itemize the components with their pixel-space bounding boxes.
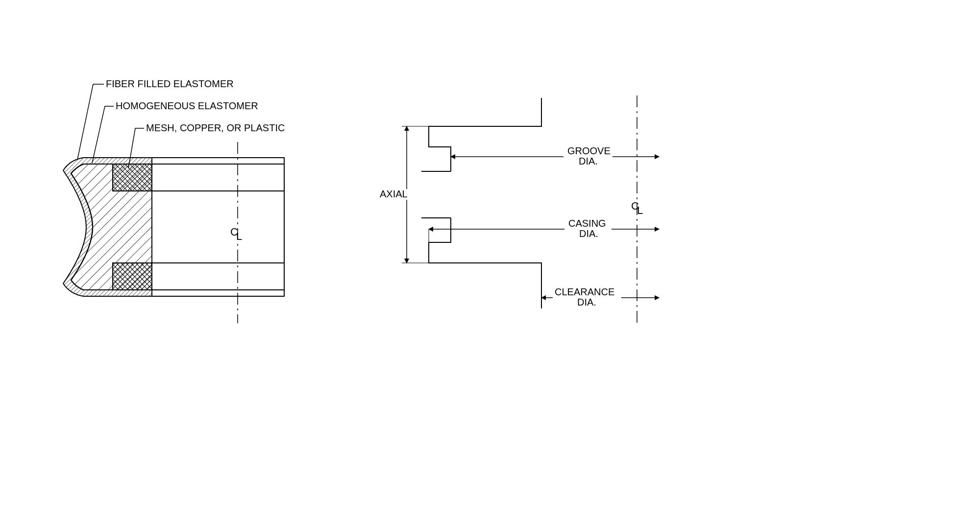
right-figure: C L AXIAL AXIAL GROOVE DIA. GROOVE DIA.: [377, 95, 659, 326]
label-clearance1: CLEARANCE: [555, 286, 614, 297]
label-clearance2: DIA.: [577, 297, 596, 307]
mesh-insert-top: [113, 164, 152, 191]
left-figure: C L FIBER FILLED ELASTOMER HOMOGENEOUS E…: [63, 78, 285, 323]
bore-tube: [152, 158, 284, 296]
cl-symbol-right: C L: [631, 200, 643, 216]
label-groove2b: DIA.: [579, 156, 598, 166]
callout-mesh: MESH, COPPER, OR PLASTIC: [146, 122, 285, 133]
dim-groove: GROOVE DIA. GROOVE DIA.: [451, 145, 659, 166]
label-casing2: DIA.: [579, 228, 598, 239]
label-axial-2: AXIAL: [380, 189, 408, 199]
mesh-insert-bottom: [113, 263, 152, 290]
callout-homogeneous: HOMOGENEOUS ELASTOMER: [116, 100, 258, 111]
leader-fiber: [77, 84, 104, 160]
cl-l-left: L: [236, 230, 242, 242]
leader-homogeneous: [92, 106, 114, 163]
dim-clearance: CLEARANCE DIA.: [541, 286, 659, 307]
technical-diagram: C L FIBER FILLED ELASTOMER HOMOGENEOUS E…: [0, 0, 980, 520]
dim-casing: CASING DIA.: [429, 218, 659, 242]
profile-outline: [429, 98, 541, 308]
dim-axial: AXIAL AXIAL: [377, 126, 429, 263]
cl-l-right: L: [637, 204, 643, 216]
callout-fiber: FIBER FILLED ELASTOMER: [106, 78, 234, 89]
label-groove1b: GROOVE: [567, 145, 611, 156]
label-casing1: CASING: [568, 218, 606, 229]
